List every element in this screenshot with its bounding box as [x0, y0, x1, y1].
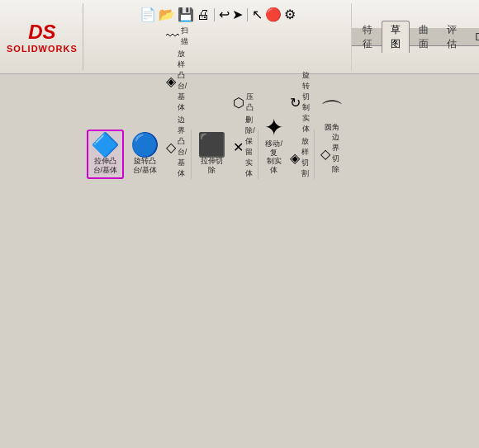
solidworks-text: SOLIDWORKS	[7, 44, 78, 54]
arrow-icon[interactable]: ➤	[232, 7, 243, 22]
tab-evaluate[interactable]: 评估	[438, 21, 466, 53]
loft-label: 放样凸台/基体	[178, 49, 188, 113]
print-icon[interactable]: 🖨	[197, 7, 210, 22]
sep1	[214, 8, 215, 21]
loft-boss-button[interactable]: ◈ 放样凸台/基体	[166, 49, 188, 113]
boundary-boss-icon: ◇	[166, 139, 176, 155]
move-copy-label: 移动/复 制实体	[264, 139, 283, 175]
rounded-corner-button[interactable]: ⌒ 圆角 ◇ 边界切除	[316, 96, 348, 179]
new-icon[interactable]: 📄	[140, 7, 156, 22]
pull-cut-icon: ⬛	[197, 134, 226, 157]
pull-boss-button[interactable]: 🔷 拉伸凸 台/基体	[87, 130, 124, 179]
small-buttons-col4: ◇ 边界切除	[320, 132, 344, 175]
pull-cut-label: 拉伸切 除	[201, 157, 223, 175]
sep2	[247, 8, 248, 21]
pull-boss-label: 拉伸凸 台/基体	[93, 157, 118, 175]
boundary-cut-label: 边界切除	[332, 132, 344, 175]
small-buttons-col1: 〰 扫描 ◈ 放样凸台/基体 ◇ 边界凸台/基体	[166, 26, 188, 179]
sweep-label: 扫描	[181, 26, 188, 47]
rounded-corner-icon: ⌒	[320, 100, 344, 123]
move-copy-icon: ✦	[264, 116, 283, 139]
select-icon[interactable]: ↖	[252, 7, 263, 22]
revolve-boss-button[interactable]: 🔵 旋转凸 台/基体	[126, 130, 164, 179]
rebuild-icon[interactable]: 🔴	[265, 7, 282, 22]
boundary-cut-icon: ◇	[320, 146, 330, 162]
delete-label: 删除/保 留实体	[245, 115, 255, 179]
press-button[interactable]: ⬡ 压凸	[233, 92, 255, 113]
tab-bar: 特征 草图 曲面 评估 DimXpert	[352, 28, 479, 46]
scale-cut-label: 放样切割	[301, 136, 311, 179]
boundary-boss-button[interactable]: ◇ 边界凸台/基体	[166, 115, 188, 179]
revolve-cut-icon: ↻	[290, 95, 301, 111]
tab-sketch[interactable]: 草图	[382, 21, 410, 53]
boundary-cut-button[interactable]: ◇ 边界切除	[320, 132, 344, 175]
press-label: 压凸	[246, 92, 255, 113]
sw-logo-area: DS SOLIDWORKS	[2, 3, 83, 70]
undo-icon[interactable]: ↩	[219, 7, 230, 22]
scale-cut-icon: ◈	[290, 150, 300, 166]
revolve-cut-button[interactable]: ↻ 旋转切 制实体	[290, 70, 311, 134]
pull-boss-icon: 🔷	[91, 134, 120, 157]
save-icon[interactable]: 💾	[178, 7, 194, 22]
ds-logo-icon: DS	[28, 21, 55, 44]
press-icon: ⬡	[233, 95, 244, 111]
ribbon-toolbar: DS SOLIDWORKS 📄 📂 💾 🖨 ↩ ➤ ↖ 🔴 ⚙ 🔷 拉伸凸 台/…	[0, 0, 479, 74]
tab-feature[interactable]: 特征	[353, 21, 382, 53]
move-copy-button[interactable]: ✦ 移动/复 制实体	[260, 112, 287, 179]
pull-cut-button[interactable]: ⬛ 拉伸切 除	[193, 130, 230, 179]
delete-preserve-button[interactable]: ✕ 删除/保 留实体	[233, 115, 255, 179]
sweep-icon: 〰	[166, 29, 179, 44]
small-buttons-col3: ↻ 旋转切 制实体 ◈ 放样切割	[290, 70, 311, 179]
sweep-button[interactable]: 〰 扫描	[166, 26, 188, 47]
revolve-boss-label: 旋转凸 台/基体	[133, 157, 158, 175]
boundary-boss-label: 边界凸台/基体	[178, 115, 188, 179]
rounded-corner-label: 圆角	[325, 123, 339, 132]
loft-icon: ◈	[166, 73, 176, 89]
small-buttons-col2: ⬡ 压凸 ✕ 删除/保 留实体	[233, 92, 255, 179]
delete-icon: ✕	[233, 139, 244, 155]
tab-dimxpert[interactable]: DimXpert	[466, 29, 479, 45]
tab-surface[interactable]: 曲面	[410, 21, 438, 53]
revolve-boss-icon: 🔵	[130, 134, 159, 157]
scale-cut-button[interactable]: ◈ 放样切割	[290, 136, 311, 179]
settings-icon[interactable]: ⚙	[284, 7, 296, 22]
open-icon[interactable]: 📂	[159, 7, 175, 22]
revolve-cut-label: 旋转切 制实体	[302, 70, 311, 134]
